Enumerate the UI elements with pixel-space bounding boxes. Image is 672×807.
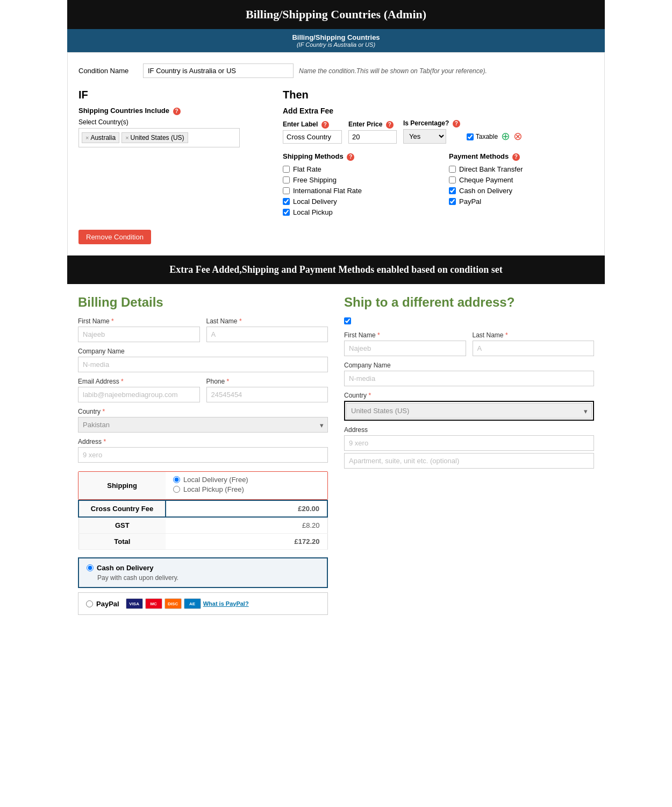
is-percentage-help-icon[interactable]: ? <box>453 120 460 128</box>
billing-address-input[interactable] <box>78 447 328 463</box>
shipping-address-line1-input[interactable] <box>344 435 594 451</box>
then-section: Then Add Extra Fee Enter Label ? Enter P… <box>283 89 594 219</box>
billing-first-name-input[interactable] <box>78 327 200 342</box>
intl-flat-rate-checkbox[interactable] <box>283 187 290 194</box>
fee-row: Enter Label ? Enter Price ? Is Percentag… <box>283 119 594 144</box>
billing-email-label: Email Address * <box>78 378 200 385</box>
is-percentage-select[interactable]: Yes No <box>403 129 446 144</box>
bank-transfer-checkbox[interactable] <box>449 166 456 173</box>
remove-fee-button[interactable]: ⊗ <box>513 130 523 143</box>
local-pickup-option: Local Pickup (Free) <box>173 485 320 493</box>
taxable-label: Taxable <box>467 133 498 140</box>
shipping-first-name-input[interactable] <box>344 341 466 356</box>
billing-country-select[interactable]: Pakistan Australia United States (US) <box>78 417 328 433</box>
shipping-address-line2-input[interactable] <box>344 453 594 469</box>
payment-cod-radio[interactable] <box>87 564 94 571</box>
flat-rate-checkbox[interactable] <box>283 166 290 173</box>
taxable-checkbox[interactable] <box>467 133 474 140</box>
then-title: Then <box>283 89 594 101</box>
country-tag-label: Australia <box>90 134 116 141</box>
select-country-label: Select Country(s) <box>78 118 261 126</box>
is-percentage-field: Is Percentage? ? Yes No <box>403 119 460 144</box>
cross-country-fee-label: Cross Country Fee <box>78 500 166 517</box>
shipping-country-inner-wrapper[interactable]: United States (US) Australia Pakistan <box>346 403 592 419</box>
shipping-col: Ship to a different address? First Name … <box>344 295 594 619</box>
shipping-country-select-wrapper[interactable]: United States (US) Australia Pakistan <box>344 401 594 421</box>
billing-address-label: Address * <box>78 438 328 445</box>
shipping-address-field: Address <box>344 426 594 469</box>
payment-method-bank-transfer: Direct Bank Transfer <box>449 165 594 173</box>
shipping-last-name-label: Last Name * <box>473 331 595 339</box>
condition-name-hint: Name the condition.This will be shown on… <box>299 67 487 75</box>
what-is-paypal-link[interactable]: What is PayPal? <box>203 600 249 607</box>
ship-different-checkbox[interactable] <box>344 317 351 324</box>
local-pickup-checkbox[interactable] <box>283 209 290 216</box>
checkout-table: Shipping Local Delivery (Free) Local Pic… <box>78 472 327 499</box>
payment-option-cod[interactable]: Cash on Delivery Pay with cash upon deli… <box>78 557 328 588</box>
shipping-table-wrapper: Shipping Local Delivery (Free) Local Pic… <box>78 471 328 500</box>
shipping-countries-help-icon[interactable]: ? <box>173 108 181 115</box>
shipping-last-name-input[interactable] <box>473 341 595 356</box>
billing-country-label: Country * <box>78 408 328 415</box>
shipping-methods-help-icon[interactable]: ? <box>347 153 354 161</box>
billing-first-name-field: First Name * <box>78 317 200 342</box>
discover-icon: DISC <box>165 598 182 609</box>
enter-price-label: Enter Price ? <box>348 121 397 129</box>
free-shipping-checkbox[interactable] <box>283 176 290 183</box>
payment-paypal-radio[interactable] <box>86 600 93 607</box>
bank-transfer-label: Direct Bank Transfer <box>459 165 523 173</box>
cod-label: Cash on Delivery <box>459 187 512 195</box>
shipping-company-input[interactable] <box>344 371 594 386</box>
payment-methods-help-icon[interactable]: ? <box>512 153 520 161</box>
remove-condition-button[interactable]: Remove Condition <box>78 230 151 244</box>
billing-first-name-label: First Name * <box>78 317 200 325</box>
billing-phone-input[interactable] <box>206 387 328 402</box>
cod-checkbox[interactable] <box>449 187 456 194</box>
shipping-header-row: Shipping Local Delivery (Free) Local Pic… <box>78 472 327 499</box>
paypal-checkbox[interactable] <box>449 198 456 205</box>
local-pickup-label: Local Pickup <box>293 208 333 216</box>
billing-last-name-input[interactable] <box>206 327 328 342</box>
add-fee-button[interactable]: ⊕ <box>501 130 510 143</box>
cheque-checkbox[interactable] <box>449 176 456 183</box>
enter-price-input[interactable] <box>348 130 397 144</box>
billing-company-field: Company Name <box>78 348 328 372</box>
remove-australia-icon[interactable]: × <box>85 134 89 141</box>
gst-row: GST £8.20 <box>78 517 327 534</box>
billing-company-input[interactable] <box>78 357 328 372</box>
enter-label-input[interactable] <box>283 130 342 144</box>
shipping-country-label: Country * <box>344 392 594 399</box>
remove-us-icon[interactable]: × <box>125 134 128 141</box>
enter-price-help-icon[interactable]: ? <box>386 121 394 129</box>
mastercard-icon: MC <box>145 598 162 609</box>
shipping-address-label: Address <box>344 426 594 434</box>
enter-label-help-icon[interactable]: ? <box>321 121 329 129</box>
if-then-row: IF Shipping Countries Include ? Select C… <box>78 89 594 219</box>
local-delivery-checkbox[interactable] <box>283 198 290 205</box>
shipping-name-row: First Name * Last Name * <box>344 331 594 362</box>
country-tag-us[interactable]: × United States (US) <box>121 132 188 143</box>
billing-last-name-label: Last Name * <box>206 317 328 325</box>
payment-cod-description: Pay with cash upon delivery. <box>97 574 319 582</box>
page-main-title: Billing/Shipping Countries (Admin) <box>67 0 605 29</box>
country-select-box[interactable]: × Australia × United States (US) <box>78 128 240 147</box>
local-delivery-radio[interactable] <box>173 476 180 483</box>
shipping-country-select[interactable]: United States (US) Australia Pakistan <box>346 403 592 419</box>
if-section: IF Shipping Countries Include ? Select C… <box>78 89 261 219</box>
shipping-options-cell: Local Delivery (Free) Local Pickup (Free… <box>166 472 327 499</box>
shipping-title: Ship to a different address? <box>344 295 594 310</box>
paypal-label: PayPal <box>459 197 481 206</box>
country-tag-australia[interactable]: × Australia <box>82 132 119 143</box>
shipping-method-free-shipping: Free Shipping <box>283 176 427 184</box>
local-pickup-radio[interactable] <box>173 486 180 493</box>
intl-flat-rate-label: International Flat Rate <box>293 187 362 195</box>
free-shipping-label: Free Shipping <box>293 176 337 184</box>
billing-country-select-wrapper[interactable]: Pakistan Australia United States (US) <box>78 417 328 433</box>
enter-label-field: Enter Label ? <box>283 121 342 144</box>
shipping-method-intl-flat-rate: International Flat Rate <box>283 187 427 195</box>
admin-bar-subtitle: (IF Country is Australia or US) <box>72 41 600 48</box>
condition-name-input[interactable] <box>143 63 294 78</box>
payment-option-paypal[interactable]: PayPal VISA MC DISC AE What is PayPal? <box>78 592 328 615</box>
billing-email-input[interactable] <box>78 387 200 402</box>
extra-fee-title: Add Extra Fee <box>283 107 594 115</box>
